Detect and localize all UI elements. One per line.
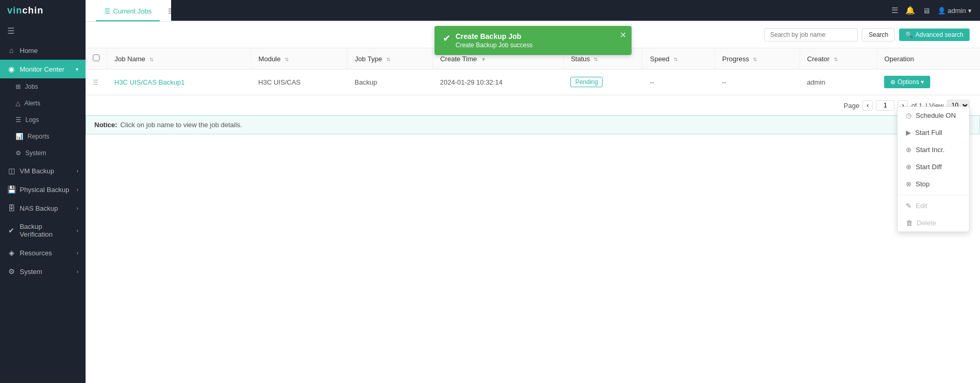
table-container: Job Name ⇅ Module ⇅ Job Type ⇅ Create Ti… — [86, 48, 980, 383]
sidebar-item-vm-backup[interactable]: ◫ VM Backup › — [0, 161, 86, 180]
row-status: Pending — [563, 70, 642, 95]
sort-icon7[interactable]: ⇅ — [753, 57, 757, 62]
sort-icon4[interactable]: ▼ — [481, 57, 486, 62]
col-module: Module ⇅ — [251, 48, 347, 70]
jobs-table: Job Name ⇅ Module ⇅ Job Type ⇅ Create Ti… — [86, 48, 980, 95]
job-name-link[interactable]: H3C UIS/CAS Backup1 — [115, 78, 244, 86]
dropdown-item-stop[interactable]: ⊗ Stop — [898, 175, 969, 193]
sidebar-item-home[interactable]: ⌂ Home — [0, 41, 86, 60]
row-job-type: Backup — [347, 70, 433, 95]
sidebar: vinchin ☰ ⌂ Home ◉ Monitor Center ▾ ⊞ Jo… — [0, 0, 86, 383]
sort-icon5[interactable]: ⇅ — [594, 57, 598, 62]
sidebar-item-label: Resources — [20, 249, 52, 257]
resources-icon: ◈ — [7, 249, 16, 257]
sidebar-item-label: Home — [20, 47, 38, 54]
notification-content: Create Backup Job Create Backup Job succ… — [456, 32, 533, 49]
table-row: ☰ H3C UIS/CAS Backup1 H3C UIS/CAS Backup… — [86, 70, 980, 95]
search-icon: 🔍 — [905, 31, 913, 38]
dropdown-item-label: Schedule ON — [916, 112, 956, 119]
row-operation: ⊕ Options ▾ — [877, 70, 980, 95]
dropdown-item-delete: 🗑 Delete — [898, 214, 969, 231]
sidebar-item-system[interactable]: ⚙ System › — [0, 262, 86, 281]
row-icon: ☰ — [93, 79, 99, 86]
tab-current-jobs[interactable]: ☰ Current Jobs — [96, 0, 160, 21]
dropdown-item-label: Start Diff — [916, 163, 942, 171]
chevron-right-icon2: › — [77, 187, 78, 193]
sort-icon6[interactable]: ⇅ — [674, 57, 678, 62]
monitor-icon-top[interactable]: 🖥 — [922, 6, 930, 15]
dropdown-item-label: Edit — [916, 202, 927, 210]
monitor-icon: ◉ — [7, 65, 16, 73]
sort-icon3[interactable]: ⇅ — [386, 57, 390, 62]
messages-icon[interactable]: ☰ — [891, 6, 898, 15]
chevron-right-icon3: › — [77, 206, 78, 211]
sidebar-item-label: System — [20, 268, 42, 276]
col-operation: Operation — [877, 48, 980, 70]
advanced-label: Advanced search — [915, 31, 963, 38]
sort-icon[interactable]: ⇅ — [149, 57, 153, 62]
sidebar-item-jobs[interactable]: ⊞ Jobs — [0, 78, 86, 95]
row-creator: admin — [800, 70, 877, 95]
sidebar-item-system-sub[interactable]: ⚙ System — [0, 145, 86, 161]
col-job-name: Job Name ⇅ — [107, 48, 251, 70]
notification-subtitle: Create Backup Job success — [456, 42, 533, 49]
dropdown-item-label: Start Incr. — [916, 146, 945, 154]
dropdown-item-start-incr[interactable]: ⊕ Start Incr. — [898, 141, 969, 158]
tab-label: Current Jobs — [113, 7, 151, 15]
notice-text: Click on job name to view the job detail… — [120, 121, 242, 129]
sidebar-item-physical-backup[interactable]: 💾 Physical Backup › — [0, 180, 86, 199]
sidebar-item-alerts[interactable]: △ Alerts — [0, 95, 86, 112]
sidebar-item-reports[interactable]: 📊 Reports — [0, 128, 86, 145]
user-menu[interactable]: 👤 admin ▾ — [937, 7, 972, 15]
sidebar-item-monitor-center[interactable]: ◉ Monitor Center ▾ — [0, 60, 86, 78]
row-module: H3C UIS/CAS — [251, 70, 347, 95]
advanced-search-button[interactable]: 🔍 Advanced search — [899, 29, 970, 41]
row-checkbox: ☰ — [86, 70, 107, 95]
sidebar-item-nas-backup[interactable]: 🗄 NAS Backup › — [0, 199, 86, 217]
page-input[interactable] — [876, 100, 894, 111]
sidebar-item-logs[interactable]: ☰ Logs — [0, 112, 86, 128]
start-diff-icon: ⊕ — [906, 163, 912, 171]
start-incr-icon: ⊕ — [906, 146, 912, 154]
pagination: Page ‹ › of 1 | View 10 20 50 — [86, 95, 980, 115]
select-all-checkbox[interactable] — [93, 54, 100, 61]
dropdown-item-label: Stop — [916, 180, 930, 188]
row-speed: -- — [642, 70, 715, 95]
options-chevron: ▾ — [921, 78, 924, 86]
dropdown-item-schedule-on[interactable]: ◷ Schedule ON — [898, 107, 969, 124]
app-logo: vinchin — [0, 0, 86, 21]
start-full-icon: ▶ — [906, 129, 911, 136]
col-creator: Creator ⇅ — [800, 48, 877, 70]
physical-backup-icon: 💾 — [7, 185, 16, 194]
page-prev-button[interactable]: ‹ — [862, 100, 873, 111]
search-button[interactable]: Search — [862, 28, 895, 42]
page-label: Page — [844, 102, 859, 110]
system-sub-icon: ⚙ — [16, 149, 21, 157]
row-progress: -- — [715, 70, 800, 95]
row-job-name: H3C UIS/CAS Backup1 — [107, 70, 251, 95]
dropdown-divider — [898, 195, 969, 195]
sidebar-item-label: System — [25, 149, 46, 157]
reports-icon: 📊 — [16, 133, 23, 140]
sort-icon8[interactable]: ⇅ — [834, 57, 838, 62]
sidebar-item-backup-verification[interactable]: ✔ Backup Verification › — [0, 217, 86, 243]
sort-icon2[interactable]: ⇅ — [285, 57, 289, 62]
options-dropdown: ◷ Schedule ON ▶ Start Full ⊕ Start Incr.… — [897, 106, 970, 232]
sidebar-item-resources[interactable]: ◈ Resources › — [0, 243, 86, 262]
notice-label: Notice: — [94, 121, 117, 129]
user-icon: 👤 — [937, 7, 946, 15]
options-button[interactable]: ⊕ Options ▾ — [884, 76, 930, 88]
notification-close[interactable]: ✕ — [620, 30, 626, 40]
dropdown-item-start-diff[interactable]: ⊕ Start Diff — [898, 158, 969, 175]
check-icon: ✔ — [443, 33, 451, 44]
col-job-type: Job Type ⇅ — [347, 48, 433, 70]
dropdown-item-start-full[interactable]: ▶ Start Full — [898, 124, 969, 141]
stop-icon: ⊗ — [906, 180, 912, 188]
row-create-time: 2024-01-29 10:32:14 — [432, 70, 563, 95]
hamburger-icon[interactable]: ☰ — [0, 21, 86, 41]
logs-icon: ☰ — [16, 116, 21, 124]
notifications-icon[interactable]: 🔔 — [905, 6, 915, 15]
search-input[interactable] — [764, 28, 858, 42]
sidebar-item-label: Monitor Center — [20, 65, 64, 73]
options-icon: ⊕ — [890, 78, 895, 86]
